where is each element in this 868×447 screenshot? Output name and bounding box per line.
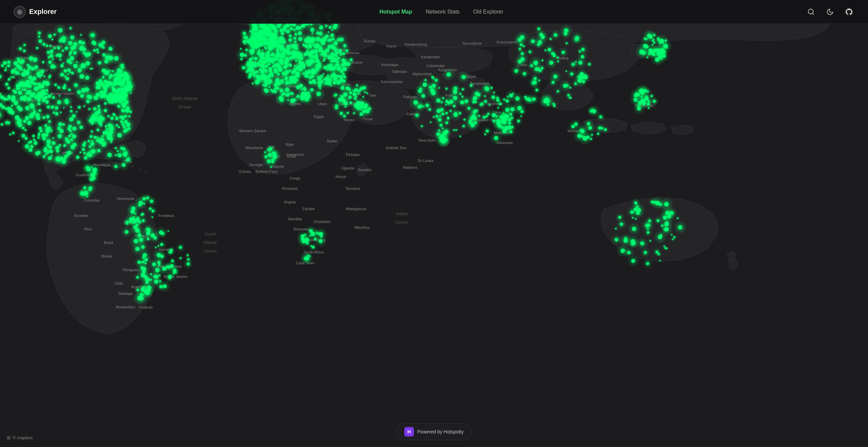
- svg-text:Congo: Congo: [290, 176, 300, 180]
- svg-text:Kyrgyzstan: Kyrgyzstan: [438, 68, 457, 72]
- svg-text:Ukraine: Ukraine: [350, 60, 362, 64]
- svg-text:Russia: Russia: [364, 39, 376, 43]
- svg-text:Somalia: Somalia: [358, 168, 372, 172]
- svg-text:Angola: Angola: [284, 200, 296, 204]
- svg-text:Manila: Manila: [568, 129, 579, 133]
- svg-text:Krasnoyarsk: Krasnoyarsk: [496, 40, 517, 44]
- svg-text:Kazakhstan: Kazakhstan: [421, 55, 440, 59]
- svg-text:Uganda: Uganda: [341, 166, 354, 170]
- nav-network-stats[interactable]: Network Stats: [426, 9, 460, 15]
- svg-text:Peru: Peru: [84, 227, 92, 231]
- search-icon[interactable]: [806, 6, 816, 17]
- svg-text:Nigeria: Nigeria: [272, 164, 284, 168]
- mapbox-text: © mapbox: [13, 435, 33, 440]
- svg-text:Caraças: Caraças: [136, 234, 150, 238]
- svg-text:New Delhi: New Delhi: [419, 138, 436, 142]
- svg-text:Guatemala: Guatemala: [76, 173, 94, 177]
- svg-text:Germany: Germany: [294, 63, 310, 67]
- map-container[interactable]: United States Canada Mexico Brazil Colom…: [0, 0, 868, 447]
- svg-text:Chile: Chile: [114, 281, 123, 285]
- svg-text:Chad: Chad: [287, 154, 296, 158]
- svg-text:Mauritius: Mauritius: [355, 225, 370, 229]
- svg-text:Egypt: Egypt: [314, 115, 323, 119]
- svg-text:Bolivia: Bolivia: [101, 254, 113, 258]
- svg-text:Zambia: Zambia: [302, 207, 315, 211]
- svg-text:Maldives: Maldives: [403, 165, 418, 169]
- svg-text:Niger: Niger: [285, 142, 295, 146]
- svg-text:Salvador: Salvador: [159, 247, 174, 251]
- svg-text:Nicaragua: Nicaragua: [93, 163, 111, 167]
- svg-text:South: South: [204, 231, 216, 237]
- svg-text:Karachi: Karachi: [407, 112, 419, 116]
- logo-text: Explorer: [29, 8, 57, 16]
- svg-text:Nepal: Nepal: [466, 75, 476, 79]
- svg-text:Brazil: Brazil: [104, 241, 113, 245]
- mapbox-logo-icon: ⊞: [7, 435, 11, 440]
- svg-text:United States: United States: [52, 92, 74, 96]
- svg-text:Moscow: Moscow: [346, 51, 359, 55]
- svg-text:Ocean: Ocean: [178, 104, 191, 109]
- svg-text:Canada: Canada: [50, 44, 63, 48]
- svg-text:Oman: Oman: [363, 117, 373, 121]
- svg-text:Guinea: Guinea: [239, 169, 251, 174]
- svg-text:Fortaleza: Fortaleza: [158, 214, 174, 218]
- svg-text:China: China: [517, 63, 528, 67]
- svg-text:Belo Horizonte: Belo Horizonte: [157, 264, 182, 268]
- nav-hotspot-map[interactable]: Hotspot Map: [379, 9, 412, 15]
- powered-by-text: Powered by Hotspotty: [417, 429, 464, 434]
- svg-text:Sri Lanka: Sri Lanka: [418, 159, 434, 163]
- svg-text:Yemen: Yemen: [343, 118, 355, 122]
- svg-text:Mauritania: Mauritania: [245, 146, 263, 150]
- logo-icon: ◎: [14, 6, 26, 18]
- svg-text:Uzbekistan: Uzbekistan: [427, 64, 445, 68]
- svg-text:Philippines: Philippines: [635, 103, 653, 107]
- svg-text:Thailand: Thailand: [474, 118, 489, 122]
- svg-text:France: France: [272, 75, 284, 79]
- svg-text:Montevideo: Montevideo: [116, 305, 135, 309]
- svg-text:Sudan: Sudan: [327, 139, 338, 143]
- svg-text:Venezuela: Venezuela: [123, 220, 141, 224]
- svg-text:Algeria: Algeria: [289, 102, 301, 106]
- svg-text:Denmark: Denmark: [284, 42, 299, 46]
- svg-text:Senegal: Senegal: [249, 163, 263, 167]
- svg-text:Atlantic: Atlantic: [203, 240, 218, 245]
- svg-text:Kinshasa: Kinshasa: [282, 186, 298, 190]
- svg-text:Ethiopia: Ethiopia: [346, 153, 360, 157]
- svg-text:Indonesia: Indonesia: [496, 141, 513, 145]
- nav-links: Hotspot Map Network Stats Old Explorer: [77, 9, 806, 15]
- svg-text:Ecuador: Ecuador: [75, 214, 88, 218]
- svg-text:Johannesburg: Johannesburg: [302, 238, 326, 242]
- svg-point-120: [808, 9, 813, 14]
- svg-text:Rio de Janeiro: Rio de Janeiro: [164, 275, 188, 279]
- svg-text:Uruguay: Uruguay: [139, 305, 153, 309]
- svg-text:Mexico: Mexico: [62, 151, 74, 155]
- svg-text:Indian: Indian: [396, 211, 408, 216]
- svg-text:Botswana: Botswana: [294, 227, 310, 231]
- svg-text:Yekaterinburg: Yekaterinburg: [404, 42, 427, 46]
- svg-text:Ocean: Ocean: [395, 220, 408, 225]
- svg-text:Saudi Arabia: Saudi Arabia: [339, 102, 360, 106]
- svg-text:Pakistan: Pakistan: [403, 95, 417, 99]
- hotspotty-logo-icon: H: [405, 427, 414, 436]
- svg-text:Edmonton: Edmonton: [20, 56, 37, 60]
- svg-text:Venezuela: Venezuela: [117, 197, 134, 201]
- svg-text:Ocean: Ocean: [204, 248, 217, 253]
- svg-text:Western Sahara: Western Sahara: [239, 129, 266, 133]
- logo[interactable]: ◎ Explorer: [14, 6, 57, 18]
- svg-text:Bangladesh: Bangladesh: [470, 81, 490, 85]
- nav-old-explorer[interactable]: Old Explorer: [473, 9, 503, 15]
- svg-text:Kazan: Kazan: [386, 44, 397, 48]
- svg-text:Arabian Sea: Arabian Sea: [386, 146, 407, 150]
- svg-text:Burkina Faso: Burkina Faso: [256, 169, 278, 174]
- svg-text:India: India: [445, 93, 454, 97]
- svg-text:Poland: Poland: [320, 54, 331, 58]
- svg-text:Turkey: Turkey: [337, 62, 348, 66]
- svg-text:Zimbabwe: Zimbabwe: [314, 220, 331, 224]
- dark-mode-icon[interactable]: [825, 6, 835, 17]
- svg-point-2: [138, 168, 140, 170]
- svg-text:Lagos: Lagos: [270, 154, 280, 158]
- svg-text:Paraguay: Paraguay: [122, 268, 139, 272]
- svg-text:Laos: Laos: [493, 110, 501, 114]
- github-icon[interactable]: [844, 6, 854, 17]
- svg-text:Madagascar: Madagascar: [346, 207, 367, 211]
